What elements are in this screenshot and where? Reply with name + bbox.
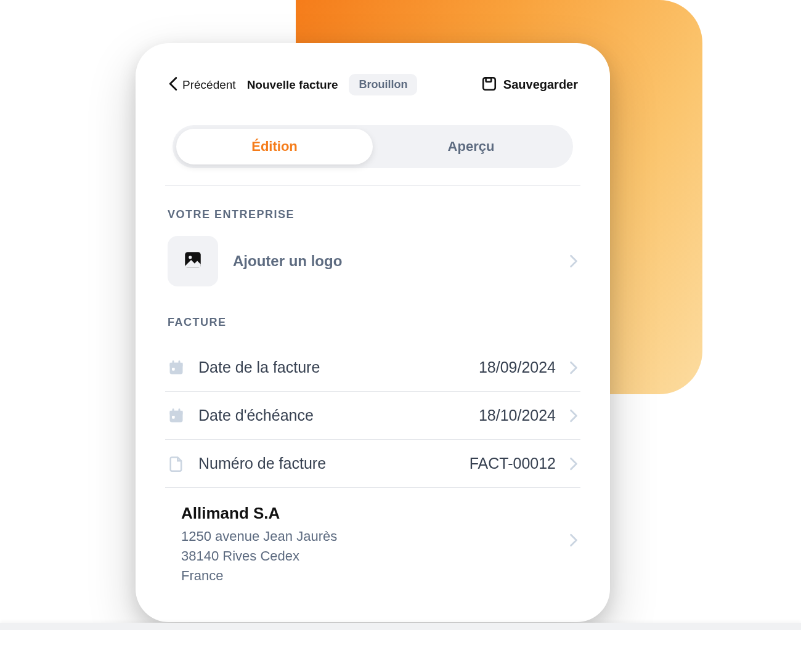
save-label: Sauvegarder bbox=[503, 78, 578, 92]
chevron-right-icon bbox=[569, 409, 578, 423]
svg-rect-13 bbox=[172, 416, 175, 419]
client-address-line-2: 38140 Rives Cedex bbox=[181, 546, 556, 566]
invoice-date-value: 18/09/2024 bbox=[479, 358, 556, 376]
save-button[interactable]: Sauvegarder bbox=[481, 76, 578, 94]
divider bbox=[165, 185, 580, 186]
tab-apercu[interactable]: Aperçu bbox=[373, 129, 569, 164]
chevron-left-icon bbox=[168, 76, 179, 94]
invoice-number-row[interactable]: Numéro de facture FACT-00012 bbox=[165, 440, 580, 488]
section-invoice-label: FACTURE bbox=[165, 316, 580, 329]
white-mask bbox=[0, 630, 801, 672]
chevron-right-icon bbox=[569, 533, 578, 547]
client-name: Allimand S.A bbox=[181, 504, 556, 523]
logo-placeholder bbox=[168, 236, 218, 286]
invoice-date-row[interactable]: Date de la facture 18/09/2024 bbox=[165, 344, 580, 392]
view-tabs: Édition Aperçu bbox=[173, 125, 573, 168]
client-address-line-1: 1250 avenue Jean Jaurès bbox=[181, 527, 556, 546]
due-date-label: Date d'échéance bbox=[198, 407, 465, 424]
svg-rect-5 bbox=[170, 362, 183, 366]
add-logo-label: Ajouter un logo bbox=[233, 253, 555, 270]
svg-rect-12 bbox=[179, 408, 181, 412]
svg-rect-11 bbox=[173, 408, 174, 412]
client-row[interactable]: Allimand S.A 1250 avenue Jean Jaurès 381… bbox=[165, 488, 580, 586]
add-logo-row[interactable]: Ajouter un logo bbox=[165, 236, 580, 286]
save-icon bbox=[481, 76, 497, 94]
due-date-value: 18/10/2024 bbox=[479, 407, 556, 424]
image-icon bbox=[182, 249, 203, 273]
section-company-label: VOTRE ENTREPRISE bbox=[165, 208, 580, 221]
tab-edition[interactable]: Édition bbox=[176, 129, 373, 164]
calendar-icon bbox=[168, 407, 185, 424]
calendar-icon bbox=[168, 359, 185, 376]
svg-rect-0 bbox=[483, 78, 495, 90]
chevron-right-icon bbox=[569, 361, 578, 374]
invoice-date-label: Date de la facture bbox=[198, 358, 465, 376]
document-icon bbox=[168, 455, 185, 472]
svg-rect-7 bbox=[179, 360, 181, 364]
bottom-bar bbox=[0, 623, 801, 630]
due-date-row[interactable]: Date d'échéance 18/10/2024 bbox=[165, 392, 580, 440]
invoice-number-value: FACT-00012 bbox=[470, 455, 556, 472]
svg-rect-1 bbox=[486, 78, 491, 82]
invoice-editor-card: Précédent Nouvelle facture Brouillon Sau… bbox=[136, 43, 610, 622]
svg-rect-6 bbox=[173, 360, 174, 364]
back-button[interactable]: Précédent bbox=[168, 76, 236, 94]
chevron-right-icon bbox=[569, 254, 578, 268]
svg-rect-10 bbox=[170, 410, 183, 414]
editor-header: Précédent Nouvelle facture Brouillon Sau… bbox=[165, 74, 580, 95]
chevron-right-icon bbox=[569, 457, 578, 471]
client-info: Allimand S.A 1250 avenue Jean Jaurès 381… bbox=[181, 504, 556, 586]
back-label: Précédent bbox=[182, 78, 236, 92]
svg-rect-8 bbox=[172, 368, 175, 371]
page-title: Nouvelle facture bbox=[247, 78, 338, 92]
svg-point-3 bbox=[189, 256, 192, 259]
status-badge: Brouillon bbox=[349, 74, 417, 95]
invoice-number-label: Numéro de facture bbox=[198, 455, 456, 472]
client-address-line-3: France bbox=[181, 566, 556, 586]
